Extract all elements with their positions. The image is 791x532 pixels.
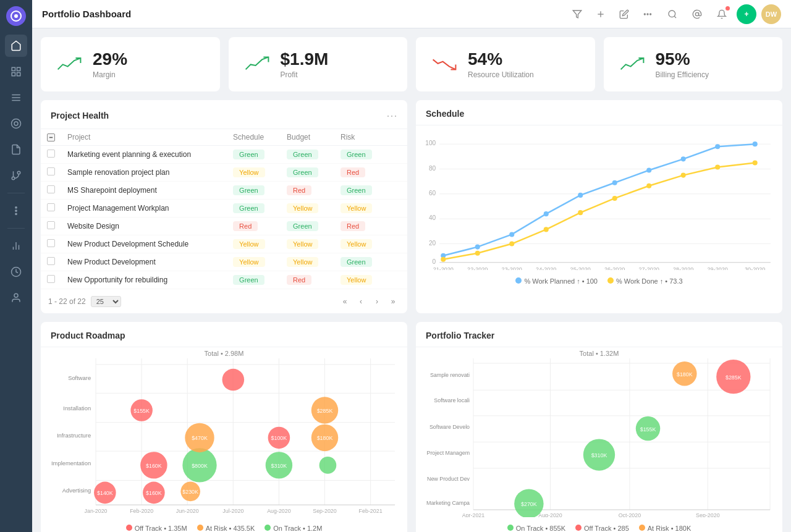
svg-point-16: [15, 213, 17, 214]
col-budget: Budget: [281, 129, 334, 146]
svg-text:Oct-2020: Oct-2020: [619, 512, 641, 517]
sidebar-item-list[interactable]: [5, 87, 27, 109]
svg-text:$470K: $470K: [192, 435, 208, 441]
svg-text:$270K: $270K: [521, 501, 537, 507]
svg-point-66: [509, 242, 514, 247]
app-logo[interactable]: [6, 6, 26, 26]
roadmap-title: Product Roadmap: [51, 331, 397, 340]
svg-text:Sample renovati: Sample renovati: [430, 372, 470, 378]
tracker-svg: Sample renovati Software locali Software…: [422, 358, 776, 517]
svg-text:28-2020: 28-2020: [673, 266, 693, 270]
more-button[interactable]: [639, 6, 656, 23]
edit-button[interactable]: [615, 6, 633, 23]
svg-text:Marketing Campa: Marketing Campa: [426, 500, 470, 506]
table-row: New Product Development Yellow Yellow Gr…: [41, 253, 407, 271]
project-health-panel: Project Health ⋯ Project Schedule Budget…: [41, 100, 407, 313]
profit-icon: [243, 51, 271, 78]
sidebar-item-clock[interactable]: [5, 261, 27, 283]
svg-rect-3: [17, 67, 20, 70]
legend-planned: % Work Planned ↑ • 100: [515, 277, 598, 285]
legend-done: % Work Done ↑ • 73.3: [607, 277, 683, 285]
svg-text:30-2020: 30-2020: [745, 266, 765, 270]
svg-text:Feb-2021: Feb-2021: [359, 508, 383, 514]
sidebar-item-circle[interactable]: [5, 112, 27, 135]
prev-page-button[interactable]: ‹: [354, 295, 368, 308]
sidebar-item-document[interactable]: [5, 138, 27, 161]
col-project: Project: [61, 129, 227, 146]
legend-tracker-atrisk: At Risk • 180K: [639, 525, 692, 532]
schedule-header: Schedule: [416, 100, 782, 125]
svg-text:Software locali: Software locali: [434, 397, 470, 403]
svg-text:$800K: $800K: [192, 463, 208, 469]
svg-rect-2: [12, 67, 15, 70]
svg-point-60: [646, 167, 651, 172]
margin-label: Margin: [93, 70, 127, 79]
mention-button[interactable]: [687, 4, 707, 24]
table-row: New Opportunity for rebuilding Green Red…: [41, 271, 407, 289]
svg-text:$180K: $180K: [677, 371, 693, 378]
svg-point-69: [612, 196, 617, 201]
svg-text:$155K: $155K: [640, 426, 656, 433]
sidebar-item-chart[interactable]: [5, 235, 27, 257]
svg-point-12: [17, 171, 20, 174]
first-page-button[interactable]: «: [338, 295, 352, 308]
notification-button[interactable]: [712, 4, 732, 24]
user-avatar[interactable]: DW: [761, 4, 781, 24]
svg-text:Sep-2020: Sep-2020: [313, 508, 337, 514]
sidebar-item-home[interactable]: [5, 35, 27, 57]
schedule-legend: % Work Planned ↑ • 100 % Work Done ↑ • 7…: [425, 277, 774, 285]
per-page-select[interactable]: 2550100: [91, 296, 121, 307]
svg-point-56: [509, 232, 514, 237]
roadmap-header: Product Roadmap: [41, 322, 407, 347]
svg-text:Project Managem: Project Managem: [426, 450, 470, 456]
project-health-title: Project Health: [51, 111, 386, 120]
last-page-button[interactable]: »: [386, 295, 400, 308]
svg-text:21-2020: 21-2020: [433, 266, 454, 270]
billing-icon: [619, 51, 646, 78]
profit-value: $1.9M: [281, 49, 329, 69]
search-icon-button[interactable]: [662, 4, 682, 24]
sidebar-divider: [7, 193, 25, 193]
svg-text:Aug-2020: Aug-2020: [538, 512, 562, 517]
project-name: Sample renovation project plan: [61, 164, 227, 182]
svg-text:40: 40: [429, 214, 436, 221]
col-schedule: Schedule: [227, 129, 281, 146]
svg-text:$310K: $310K: [591, 452, 607, 458]
svg-point-14: [15, 207, 17, 208]
svg-text:80: 80: [429, 165, 436, 172]
project-health-menu[interactable]: ⋯: [386, 109, 397, 122]
tracker-total: Total • 1.32M: [422, 350, 776, 357]
svg-point-15: [15, 210, 17, 211]
svg-text:Implementation: Implementation: [51, 460, 91, 467]
project-name: Project Management Workplan: [61, 200, 227, 217]
svg-point-68: [578, 210, 583, 215]
sidebar-item-grid[interactable]: [5, 61, 27, 83]
svg-text:25-2020: 25-2020: [570, 266, 591, 270]
svg-point-73: [753, 160, 758, 165]
sidebar-item-user[interactable]: [5, 287, 27, 309]
svg-text:Infrastructure: Infrastructure: [57, 433, 91, 439]
svg-point-71: [681, 173, 686, 178]
add-user-button[interactable]: +: [737, 4, 756, 24]
sidebar-item-branch[interactable]: [5, 164, 27, 187]
svg-text:$155K: $155K: [133, 408, 150, 414]
legend-offtrack: Off Track • 1.35M: [126, 525, 187, 532]
svg-text:Feb-2020: Feb-2020: [130, 508, 153, 514]
svg-point-10: [14, 122, 18, 125]
filter-button[interactable]: [569, 6, 586, 23]
svg-text:$160K: $160K: [146, 490, 162, 496]
svg-point-55: [475, 245, 480, 250]
svg-text:$100K: $100K: [271, 435, 287, 441]
project-name: MS Sharepoint deployment: [61, 182, 227, 200]
svg-text:$140K: $140K: [97, 490, 113, 496]
table-row: New Product Development Schedule Yellow …: [41, 235, 407, 253]
profit-label: Profit: [281, 70, 329, 79]
table-footer: 1 - 22 of 22 2550100 « ‹ › »: [41, 290, 407, 313]
sidebar-item-more[interactable]: [5, 200, 27, 222]
project-name: New Product Development: [61, 253, 227, 271]
svg-point-25: [644, 14, 645, 15]
svg-text:20: 20: [429, 240, 436, 247]
next-page-button[interactable]: ›: [370, 295, 384, 308]
tracker-chart: Total • 1.32M Sample renovati Software l…: [416, 347, 782, 532]
add-button[interactable]: [592, 6, 609, 23]
